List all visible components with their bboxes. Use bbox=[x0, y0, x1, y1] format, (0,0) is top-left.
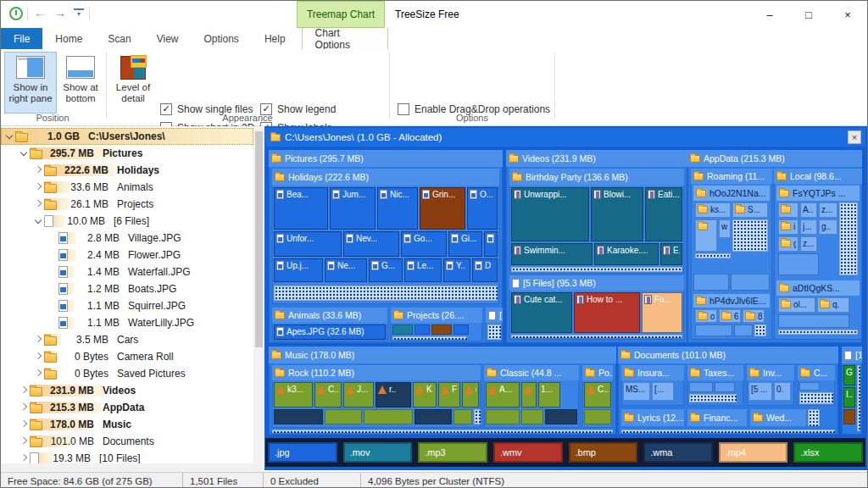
treemap-tile[interactable]: A.. bbox=[800, 202, 817, 218]
treemap-tile[interactable]: Bea... bbox=[274, 187, 328, 230]
treemap-header[interactable]: Taxes... bbox=[687, 365, 743, 380]
treemap-header[interactable]: Financ... bbox=[687, 409, 747, 426]
treemap-tile[interactable]: Up.j... bbox=[274, 258, 323, 282]
tree-item[interactable]: 19.3 MB[10 Files] bbox=[1, 450, 253, 463]
treemap-tile[interactable]: 1... bbox=[538, 382, 560, 408]
treemap-header[interactable]: Birthday Party (136.6 MB) bbox=[509, 169, 684, 186]
treemap-tile[interactable]: z... bbox=[800, 236, 817, 252]
treemap-header[interactable]: Inv... bbox=[747, 365, 794, 380]
tree-item[interactable]: 101.0 MBDocuments bbox=[1, 433, 253, 450]
treemap-header[interactable]: [1... bbox=[842, 347, 862, 363]
collapse-icon[interactable] bbox=[33, 217, 44, 225]
treemap-tile[interactable]: Swimmin... bbox=[511, 243, 593, 265]
show-in-right-pane-button[interactable]: Show in right pane bbox=[4, 52, 57, 114]
expand-icon[interactable] bbox=[33, 352, 44, 361]
tab-chart-options[interactable]: Chart Options bbox=[302, 28, 388, 49]
expand-icon[interactable] bbox=[33, 336, 44, 344]
treemap-header[interactable]: [... bbox=[486, 308, 503, 323]
tree-horizontal-scrollbar[interactable] bbox=[1, 463, 264, 472]
treemap-tile[interactable]: E. bbox=[660, 243, 682, 265]
treemap-header[interactable]: Lyrics (12.... bbox=[621, 409, 684, 426]
treemap-tile[interactable]: Y... bbox=[484, 231, 498, 257]
treemap-tile[interactable]: Ne... bbox=[325, 258, 367, 282]
treemap-header[interactable]: Documents (101.0 MB) bbox=[618, 347, 838, 363]
treemap-tile[interactable]: C... bbox=[584, 382, 611, 408]
treemap-tile[interactable]: I... bbox=[843, 387, 855, 408]
treemap-header[interactable]: aDtIQgKS... bbox=[776, 280, 860, 296]
tree-item[interactable]: 295.7 MBPictures bbox=[1, 145, 253, 162]
treemap-tile[interactable]: Le... bbox=[404, 258, 442, 282]
treemap-root-header[interactable]: C:\Users\Jones\ (1.0 GB - Allocated) × bbox=[265, 128, 865, 147]
scrollbar-thumb[interactable] bbox=[255, 131, 263, 347]
treemap-tile[interactable]: O... bbox=[467, 187, 498, 230]
collapse-icon[interactable] bbox=[19, 149, 30, 158]
tree-item[interactable]: 1.4 MBWaterfall.JPG bbox=[1, 263, 253, 280]
treemap-tile[interactable]: z... bbox=[819, 202, 837, 218]
treemap-header[interactable]: Animals (33.6 MB) bbox=[272, 308, 387, 323]
treemap-tile[interactable]: ks... bbox=[695, 202, 731, 218]
treemap-tile[interactable]: Cute cat... bbox=[511, 292, 572, 333]
tree-item[interactable]: 222.6 MBHolidays bbox=[1, 162, 253, 179]
treemap-tile[interactable]: D bbox=[472, 258, 498, 282]
treemap-tile[interactable]: [... bbox=[652, 382, 674, 401]
tree-item[interactable]: 178.0 MBMusic bbox=[1, 416, 253, 433]
treemap-tile[interactable]: q bbox=[462, 382, 479, 408]
tree-item[interactable]: 215.3 MBAppData bbox=[1, 399, 253, 416]
expand-icon[interactable] bbox=[33, 200, 44, 208]
treemap-tile[interactable]: How to ... bbox=[574, 292, 640, 333]
treemap-tile[interactable]: k3... bbox=[274, 382, 313, 408]
treemap-tile[interactable]: 5 bbox=[521, 382, 537, 408]
treemap-tile[interactable]: i. bbox=[778, 219, 798, 235]
tree-item[interactable]: 10.0 MB[6 Files] bbox=[1, 213, 253, 230]
treemap-tile[interactable]: C.. bbox=[314, 382, 342, 408]
treemap-header[interactable]: C... bbox=[798, 365, 835, 380]
toolbar-dropdown-icon[interactable]: ▾ bbox=[74, 8, 84, 18]
tree-vertical-scrollbar[interactable] bbox=[253, 126, 264, 463]
treemap-header[interactable]: Classic (44.8 ... bbox=[484, 365, 579, 380]
tab-view[interactable]: View bbox=[144, 28, 192, 49]
close-button[interactable]: × bbox=[828, 1, 867, 28]
treemap-tile[interactable]: q. bbox=[817, 297, 849, 313]
treemap-tile[interactable]: Nic... bbox=[377, 187, 418, 230]
tree-item[interactable]: 1.0 GBC:\Users\Jones\ bbox=[1, 128, 253, 145]
treemap-tile[interactable]: Y.. bbox=[443, 258, 470, 282]
tree-item[interactable]: 2.4 MBFlower.JPG bbox=[1, 247, 253, 263]
treemap-tile[interactable]: Apes.JPG (32.6 MB) bbox=[274, 324, 386, 340]
tree-item[interactable]: 1.1 MBSquirrel.JPG bbox=[1, 297, 253, 314]
treemap-tile[interactable]: A... bbox=[486, 382, 520, 408]
treemap-tile[interactable]: Unfor... bbox=[274, 231, 342, 257]
back-icon[interactable]: ← bbox=[31, 6, 48, 19]
treemap-tile[interactable]: F bbox=[438, 382, 460, 408]
tree-item[interactable]: 26.1 MBProjects bbox=[1, 196, 253, 213]
treemap-tile[interactable]: 8 bbox=[743, 309, 765, 323]
treemap-tile[interactable]: G. bbox=[843, 365, 855, 385]
treemap-header[interactable]: Projects (26.... bbox=[391, 308, 482, 323]
treemap-header[interactable]: Rock (110.2 MB) bbox=[272, 365, 481, 380]
treemap-tile[interactable]: ol... bbox=[778, 297, 815, 313]
expand-icon[interactable] bbox=[19, 403, 30, 412]
tree-item[interactable]: 231.9 MBVideos bbox=[1, 382, 253, 399]
treemap-header[interactable]: AppData (215.3 MB) bbox=[687, 150, 862, 167]
treemap-tile[interactable]: Grin... bbox=[420, 187, 465, 230]
maximize-button[interactable]: □ bbox=[789, 1, 828, 28]
treemap-header[interactable]: Po... bbox=[582, 365, 613, 380]
treemap-tile[interactable]: 0. bbox=[774, 382, 791, 401]
expand-icon[interactable] bbox=[19, 386, 30, 395]
treemap-header[interactable]: Holidays (222.6 MB) bbox=[272, 169, 499, 186]
treemap-tile[interactable]: g bbox=[778, 236, 798, 252]
treemap-header[interactable]: [5 Files] (95.3 MB) bbox=[509, 275, 684, 291]
treemap-header[interactable]: Roaming (11... bbox=[691, 169, 772, 184]
tree-item[interactable]: 1.1 MBWaterLilly.JPG bbox=[1, 314, 253, 331]
expand-icon[interactable] bbox=[19, 454, 30, 463]
show-at-bottom-button[interactable]: Show at bottom bbox=[58, 52, 103, 114]
treemap-header[interactable]: Insura... bbox=[621, 365, 684, 380]
treemap-tile[interactable]: r.. bbox=[376, 382, 411, 408]
treemap-tile[interactable] bbox=[778, 202, 798, 218]
treemap-tile[interactable]: j... bbox=[800, 219, 817, 235]
treemap-header[interactable]: Pictures (295.7 MB) bbox=[269, 150, 503, 167]
treemap-tile[interactable]: S... bbox=[732, 202, 768, 218]
treemap-tile[interactable]: [5 ... bbox=[748, 382, 772, 401]
treemap-header[interactable]: hP4dvJlv6lE... bbox=[693, 294, 770, 308]
tab-help[interactable]: Help bbox=[252, 28, 298, 49]
treemap-tile[interactable]: Karaoke.... bbox=[594, 243, 659, 265]
